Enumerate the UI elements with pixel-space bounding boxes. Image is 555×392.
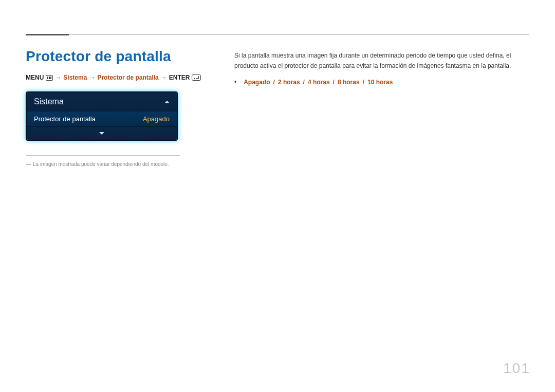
option-2horas: 2 horas	[278, 79, 300, 86]
osd-footer	[27, 126, 177, 140]
breadcrumb-sistema: Sistema	[63, 74, 87, 81]
option-apagado: Apagado	[244, 79, 270, 86]
breadcrumb-menu: MENU	[26, 74, 44, 81]
separator: /	[273, 79, 275, 86]
bullet-icon: •	[234, 79, 236, 86]
osd-header: Sistema	[27, 92, 177, 111]
left-column: Protector de pantalla MENU → Sistema → P…	[26, 48, 206, 168]
arrow-icon: →	[55, 74, 61, 81]
separator: /	[363, 79, 364, 86]
note-dash: ―	[26, 161, 31, 167]
chevron-down-icon[interactable]	[99, 132, 104, 135]
top-rule-accent	[26, 34, 69, 35]
arrow-icon: →	[89, 74, 95, 81]
page-title: Protector de pantalla	[26, 48, 206, 65]
breadcrumb-enter: ENTER	[169, 74, 190, 81]
right-column: Si la pantalla muestra una imagen fija d…	[234, 48, 529, 168]
manual-page: Protector de pantalla MENU → Sistema → P…	[0, 0, 555, 392]
separator: /	[333, 79, 335, 86]
osd-row-value: Apagado	[143, 115, 170, 123]
chevron-up-icon[interactable]	[164, 101, 170, 103]
enter-icon	[192, 74, 201, 81]
page-number: 101	[503, 360, 530, 377]
breadcrumb-protector: Protector de pantalla	[97, 74, 158, 81]
arrow-icon: →	[161, 74, 167, 81]
osd-row-protector[interactable]: Protector de pantalla Apagado	[27, 111, 177, 126]
osd-header-label: Sistema	[34, 97, 64, 106]
body-text: Si la pantalla muestra una imagen fija d…	[234, 50, 529, 71]
menu-icon	[46, 75, 53, 81]
option-10horas: 10 horas	[367, 79, 393, 86]
top-rule	[26, 34, 529, 35]
breadcrumb: MENU → Sistema → Protector de pantalla →…	[26, 74, 206, 81]
option-4horas: 4 horas	[308, 79, 330, 86]
separator: /	[303, 79, 305, 86]
options-line: • Apagado / 2 horas / 4 horas / 8 horas …	[234, 79, 529, 86]
osd-panel: Sistema Protector de pantalla Apagado	[26, 91, 178, 141]
content-row: Protector de pantalla MENU → Sistema → P…	[26, 28, 529, 168]
note: ―La imagen mostrada puede variar dependi…	[26, 161, 206, 168]
option-8horas: 8 horas	[338, 79, 360, 86]
note-text: La imagen mostrada puede variar dependie…	[33, 161, 169, 167]
note-rule	[26, 155, 180, 156]
osd-row-label: Protector de pantalla	[34, 115, 96, 123]
